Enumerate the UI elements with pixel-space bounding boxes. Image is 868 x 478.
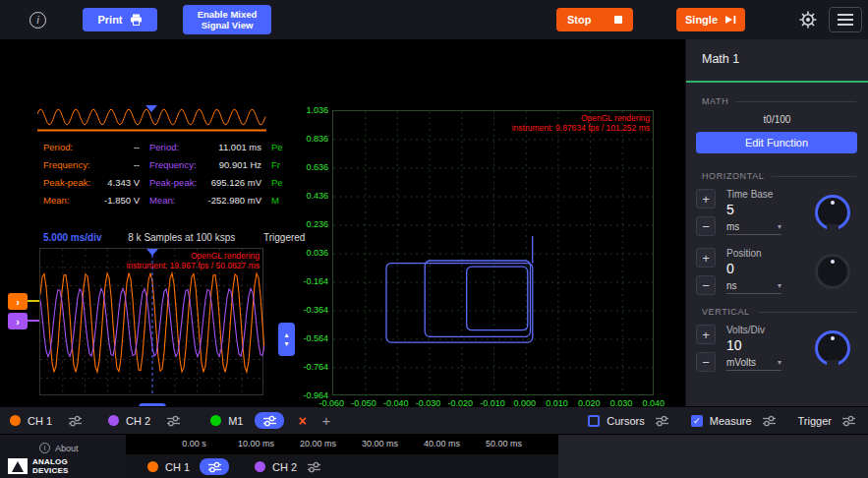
panel-title: Math 1 <box>702 52 739 66</box>
ch1-meas-value: -- <box>94 159 140 170</box>
position-value[interactable]: 0 <box>726 261 781 276</box>
channel-ch2[interactable]: CH 2 <box>272 461 297 473</box>
volts-div-decrement-button[interactable]: − <box>696 352 716 372</box>
position-decrement-button[interactable]: − <box>696 275 716 295</box>
ch1-offset-marker <box>28 300 39 302</box>
measurements-panel: Period:-- Period:11.001 ms Pe Frequency:… <box>43 138 284 209</box>
position-control: + − Position 0 ns ▾ <box>696 248 858 295</box>
volts-div-value[interactable]: 10 <box>726 337 781 353</box>
about-link[interactable]: i About <box>39 443 79 453</box>
ch2-color-dot <box>108 415 119 426</box>
opengl-info: OpenGL rendering instrument: 9.87634 fps… <box>512 113 650 133</box>
volts-div-knob[interactable] <box>815 330 850 366</box>
print-button[interactable]: Print <box>83 8 157 31</box>
waveform-preview-strip[interactable] <box>37 105 266 132</box>
time-base-label: Time Base <box>726 189 781 200</box>
channel-ch1[interactable]: CH 1 <box>165 461 190 473</box>
cursors-checkbox[interactable] <box>588 415 600 427</box>
ch2-settings-icon[interactable] <box>307 461 321 473</box>
volts-div-label: Volts/Div <box>726 325 781 335</box>
time-tick-label: 0.00 s <box>163 439 225 448</box>
m1-close-icon[interactable]: × <box>298 413 306 429</box>
mixed-signal-label: Enable Mixed Signal View <box>183 9 271 31</box>
ch2-settings-icon[interactable] <box>166 415 181 427</box>
ch1-settings-button[interactable] <box>200 458 229 475</box>
m1-meas-label: Fr <box>271 159 284 170</box>
time-base-knob[interactable] <box>815 195 850 230</box>
position-increment-button[interactable]: + <box>696 248 716 268</box>
logo-text: DEVICES <box>32 466 69 475</box>
channel-ch1[interactable]: CH 1 <box>28 415 52 427</box>
position-unit-select[interactable]: ns ▾ <box>726 280 781 294</box>
measurement-row: Mean:-1.850 V Mean:-252.980 mV M <box>43 191 284 209</box>
ch2-meas-label: Frequency: <box>149 159 204 170</box>
single-run-icon <box>724 15 736 25</box>
vertical-section-header: VERTICAL <box>702 307 856 317</box>
vertical-expander-handle[interactable]: ▴ ▾ <box>278 323 295 356</box>
time-domain-plot[interactable]: OpenGL rendering instrument: 19.967 fps … <box>39 248 263 395</box>
time-tick-label: 20.00 ms <box>287 439 349 448</box>
trigger-label[interactable]: Trigger <box>798 415 832 427</box>
top-toolbar: i Print Enable Mixed Signal View Stop Si… <box>0 0 868 39</box>
time-base-value[interactable]: 5 <box>726 202 781 217</box>
y-tick-label: 1.036 <box>306 105 328 115</box>
ch1-color-dot <box>10 415 21 426</box>
background-sidebar: i About ANALOG DEVICES <box>0 435 126 478</box>
cursors-settings-icon[interactable] <box>655 415 669 427</box>
ch1-settings-icon[interactable] <box>68 415 83 427</box>
time-tick-label: 50.00 ms <box>473 439 535 448</box>
channel-ch2[interactable]: CH 2 <box>126 415 150 427</box>
measure-label[interactable]: Measure <box>710 415 752 427</box>
m1-settings-button[interactable] <box>255 412 284 429</box>
chevron-down-icon: ▾ <box>778 358 781 367</box>
stop-label: Stop <box>567 14 591 26</box>
ch1-handle[interactable]: › <box>8 293 28 310</box>
hamburger-menu-icon[interactable] <box>829 7 862 32</box>
printer-icon <box>130 14 143 26</box>
edit-function-button[interactable]: Edit Function <box>696 132 857 153</box>
about-label: About <box>55 444 79 453</box>
ch2-color-dot <box>255 461 265 472</box>
add-channel-button[interactable]: + <box>322 412 331 429</box>
ch2-meas-label: Peak-peak: <box>149 177 204 188</box>
volts-div-increment-button[interactable]: + <box>696 325 716 344</box>
time-tick-label: 40.00 ms <box>411 439 473 448</box>
horizontal-section-header: HORIZONTAL <box>702 171 856 181</box>
measurement-row: Period:-- Period:11.001 ms Pe <box>43 138 284 155</box>
time-base-increment-button[interactable]: + <box>696 189 716 209</box>
measure-settings-icon[interactable] <box>762 415 777 427</box>
stop-button[interactable]: Stop <box>556 8 633 31</box>
info-icon[interactable]: i <box>29 12 46 29</box>
ch2-handle[interactable]: › <box>8 313 28 329</box>
channel-m1[interactable]: M1 <box>228 415 243 427</box>
ch1-meas-value: -- <box>94 142 140 152</box>
trigger-settings-icon[interactable] <box>841 415 856 427</box>
sliders-icon <box>207 461 222 473</box>
chevron-down-icon: ▾ <box>778 281 781 290</box>
down-arrow-icon: ▾ <box>284 339 288 348</box>
measurement-row: Frequency:-- Frequency:90.901 Hz Fr <box>43 155 284 173</box>
ch2-meas-value: 695.126 mV <box>204 177 261 188</box>
volts-div-unit-select[interactable]: mVolts ▾ <box>726 357 781 371</box>
measure-checkbox[interactable]: ✓ <box>691 415 703 427</box>
opengl-info: OpenGL rendering instrument: 19.967 fps … <box>126 251 260 270</box>
m1-color-dot <box>210 415 221 426</box>
time-base-decrement-button[interactable]: − <box>696 216 716 236</box>
y-tick-label: -0.764 <box>303 362 328 372</box>
math-settings-panel: Math 1 MATH t0/100 Edit Function HORIZON… <box>685 39 868 406</box>
enable-mixed-signal-button[interactable]: Enable Mixed Signal View <box>183 5 271 34</box>
ch1-meas-label: Period: <box>43 142 94 152</box>
time-base-control: + − Time Base 5 ms ▾ <box>696 189 858 236</box>
y-tick-label: 0.836 <box>306 134 328 144</box>
math-section-header: MATH <box>702 96 856 106</box>
single-button[interactable]: Single <box>676 8 745 31</box>
cursors-label[interactable]: Cursors <box>607 415 645 427</box>
xy-plot[interactable]: OpenGL rendering instrument: 9.87634 fps… <box>332 110 654 395</box>
time-base-unit-select[interactable]: ms ▾ <box>726 221 781 235</box>
gear-icon[interactable] <box>798 10 818 30</box>
adi-logo-mark <box>8 458 28 474</box>
background-window: i About ANALOG DEVICES 0.00 s10.00 ms20.… <box>0 434 868 478</box>
position-knob[interactable] <box>815 254 850 289</box>
ch1-meas-label: Peak-peak: <box>43 177 94 188</box>
ch1-meas-value: 4.343 V <box>94 177 140 188</box>
